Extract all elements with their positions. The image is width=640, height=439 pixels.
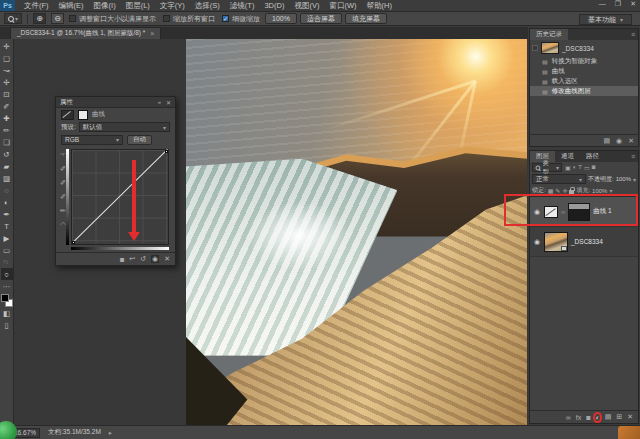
- mask-icon[interactable]: [78, 110, 88, 120]
- checkbox-icon[interactable]: ✓: [222, 15, 229, 22]
- pen-tool[interactable]: ✒: [1, 208, 13, 220]
- delete-state-icon[interactable]: ✕: [628, 137, 634, 145]
- image-layer-thumbnail[interactable]: [544, 232, 568, 252]
- layer-mask-thumbnail[interactable]: [568, 203, 590, 221]
- lock-all-icon[interactable]: [569, 190, 574, 194]
- new-group-icon[interactable]: ▤: [605, 413, 612, 421]
- quick-select-tool[interactable]: ✢: [1, 76, 13, 88]
- option-button-1[interactable]: 适合屏幕: [300, 13, 342, 24]
- option-button-2[interactable]: 填充屏幕: [345, 13, 387, 24]
- menu-item-2[interactable]: 图像(I): [89, 0, 121, 12]
- layer-style-icon[interactable]: fx: [576, 414, 581, 421]
- visibility-eye-icon[interactable]: ◉: [151, 255, 159, 263]
- dodge-tool[interactable]: ◐: [1, 196, 13, 208]
- menu-item-4[interactable]: 文字(Y): [155, 0, 190, 12]
- filter-adjustment-layers-icon[interactable]: ◐: [573, 164, 577, 171]
- history-brush-tool[interactable]: ↺: [1, 148, 13, 160]
- maximize-icon[interactable]: ❐: [615, 0, 621, 8]
- history-brush-source-icon[interactable]: [532, 45, 538, 51]
- new-snapshot-icon[interactable]: ◉: [616, 137, 622, 145]
- crop-tool[interactable]: ⊡: [1, 88, 13, 100]
- preset-dropdown[interactable]: 默认值 ▾: [79, 122, 170, 132]
- new-adjustment-layer-icon[interactable]: ◐: [595, 414, 599, 421]
- lock-pixels-icon[interactable]: ✎: [555, 187, 560, 194]
- properties-panel-header[interactable]: 属性 «✕: [56, 97, 175, 108]
- hand-tool[interactable]: ☞: [1, 256, 13, 268]
- zoom-in-button[interactable]: ⊕: [33, 13, 46, 24]
- eyedropper-tool[interactable]: ✐: [1, 100, 13, 112]
- zoom-out-button[interactable]: ⊖: [51, 13, 64, 24]
- option-button-0[interactable]: 100%: [265, 13, 297, 24]
- tab-close-icon[interactable]: ×: [150, 30, 154, 37]
- lock-transparency-icon[interactable]: ▦: [548, 187, 554, 194]
- checkbox-icon[interactable]: [69, 15, 76, 22]
- color-swatches[interactable]: [1, 294, 13, 307]
- workspace-switcher[interactable]: 基本功能 ▾: [579, 14, 632, 25]
- mask-link-icon[interactable]: ∞: [561, 209, 565, 215]
- curve-point-highlight[interactable]: [165, 150, 168, 153]
- history-snapshot-row[interactable]: _DSC8334: [530, 40, 638, 56]
- option-checkbox-0[interactable]: 调整窗口大小以满屏显示: [69, 14, 156, 24]
- collapse-panel-icon[interactable]: «: [158, 99, 161, 106]
- layer-row-background[interactable]: ◉ _DSC8334: [530, 227, 638, 257]
- marquee-tool[interactable]: ▢: [1, 52, 13, 64]
- menu-item-6[interactable]: 滤镜(T): [225, 0, 260, 12]
- menu-item-7[interactable]: 3D(D): [259, 0, 289, 12]
- panel-menu-icon[interactable]: ≡: [628, 29, 638, 40]
- screen-mode-toggle[interactable]: ▯: [1, 319, 13, 331]
- filter-shape-layers-icon[interactable]: ▭: [584, 164, 590, 171]
- menu-item-10[interactable]: 帮助(H): [362, 0, 397, 12]
- brush-tool[interactable]: ✏: [1, 124, 13, 136]
- status-expander-icon[interactable]: ▸: [109, 429, 112, 437]
- add-mask-icon[interactable]: ◙: [586, 414, 590, 421]
- current-tool-chip[interactable]: ▾: [4, 13, 22, 24]
- reset-icon[interactable]: ↺: [140, 255, 146, 263]
- filter-smart-objects-icon[interactable]: ◙: [592, 164, 596, 171]
- menu-item-5[interactable]: 选择(S): [190, 0, 225, 12]
- curves-layer-thumbnail[interactable]: [544, 206, 558, 218]
- shape-tool[interactable]: ▭: [1, 244, 13, 256]
- zoom-tool[interactable]: ○: [1, 268, 13, 280]
- tab-channels[interactable]: 通道: [555, 151, 580, 162]
- layer-visibility-eye-icon[interactable]: ◉: [533, 238, 541, 246]
- menu-item-9[interactable]: 窗口(W): [324, 0, 361, 12]
- new-layer-icon[interactable]: ⊞: [616, 413, 622, 421]
- previous-state-icon[interactable]: ↩: [129, 255, 135, 263]
- link-layers-icon[interactable]: ∞: [566, 414, 571, 421]
- curve-point-shadow[interactable]: [72, 241, 75, 244]
- curves-adjustment-icon[interactable]: [61, 110, 74, 120]
- delete-layer-icon[interactable]: ✕: [627, 413, 633, 421]
- opacity-value[interactable]: 100%: [616, 176, 631, 182]
- option-checkbox-1[interactable]: 缩放所有窗口: [163, 14, 215, 24]
- eraser-tool[interactable]: ▰: [1, 160, 13, 172]
- blend-mode-dropdown[interactable]: 正常 ▾: [532, 174, 586, 184]
- filter-kind-dropdown[interactable]: 类型 ▾: [532, 163, 562, 172]
- curve-line[interactable]: [72, 149, 168, 243]
- close-icon[interactable]: ✕: [630, 0, 636, 8]
- document-photo[interactable]: [186, 39, 527, 425]
- lock-position-icon[interactable]: ✛: [562, 187, 567, 194]
- auto-button[interactable]: 自动: [127, 135, 152, 145]
- layer-row-curves[interactable]: ◉ ∞ 曲线 1: [530, 197, 638, 227]
- layer-name[interactable]: 曲线 1: [593, 207, 611, 216]
- blur-tool[interactable]: ◌: [1, 184, 13, 196]
- option-checkbox-2[interactable]: ✓细微缩放: [222, 14, 260, 24]
- document-tab[interactable]: _DSC8334-1 @ 16.7%(曲线 1, 图层蒙版/8) * ×: [10, 27, 161, 39]
- healing-brush-tool[interactable]: ✚: [1, 112, 13, 124]
- menu-item-8[interactable]: 视图(V): [289, 0, 324, 12]
- quick-mask-toggle[interactable]: ◧: [1, 307, 13, 319]
- lasso-tool[interactable]: ↝: [1, 64, 13, 76]
- fill-value[interactable]: 100%: [592, 188, 607, 194]
- gradient-tool[interactable]: ▨: [1, 172, 13, 184]
- history-item-3[interactable]: ▤修改曲线图层: [530, 86, 638, 96]
- close-panel-icon[interactable]: ✕: [166, 99, 171, 106]
- clip-to-layer-icon[interactable]: ◙: [120, 256, 124, 263]
- curve-grid[interactable]: [71, 149, 169, 245]
- menu-item-3[interactable]: 图层(L): [121, 0, 155, 12]
- more-tools[interactable]: ⋯: [1, 280, 13, 292]
- layer-visibility-eye-icon[interactable]: ◉: [533, 208, 541, 216]
- delete-adjustment-icon[interactable]: ✕: [164, 255, 170, 263]
- new-doc-from-state-icon[interactable]: ▤: [603, 137, 610, 145]
- move-tool[interactable]: ✛: [1, 40, 13, 52]
- history-item-1[interactable]: ▤曲线: [530, 66, 638, 76]
